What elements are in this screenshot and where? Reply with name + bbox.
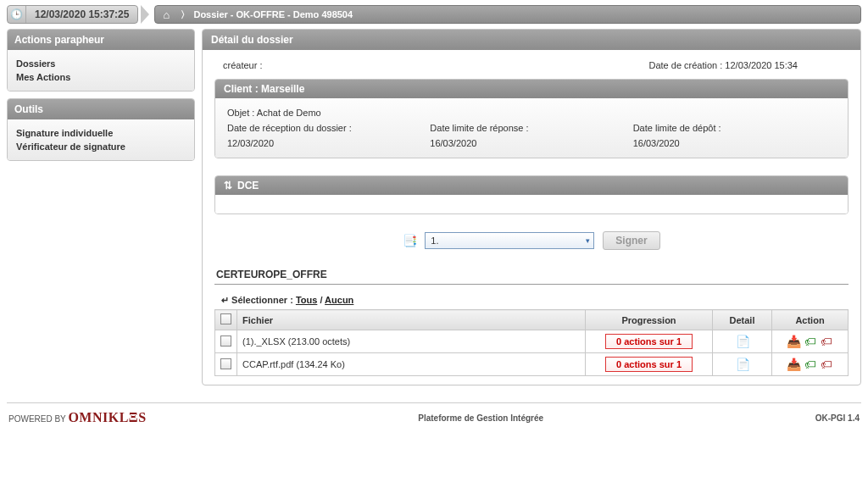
table-row: (1)._XLSX (213.00 octets) 0 actions sur …	[215, 330, 849, 353]
sign-icon[interactable]: 🏷	[804, 358, 817, 371]
brand-logo: OMNIKLΞS	[68, 410, 146, 424]
sidebar: Actions parapheur Dossiers Mes Actions O…	[7, 29, 195, 385]
detail-dossier-title: Détail du dossier	[203, 30, 860, 50]
client-title: Client : Marseille	[215, 80, 848, 98]
th-progression: Progression	[586, 310, 713, 330]
date-limite-depot-value: 16/03/2020	[633, 136, 836, 151]
select-none-link[interactable]: Aucun	[325, 295, 353, 305]
arrow-select-icon: ↵	[221, 295, 229, 305]
breadcrumb: ⌂ 〉 Dossier - OK-OFFRE - Demo 498504	[154, 5, 861, 24]
creation-date-label: Date de création : 12/03/2020 15:34	[648, 60, 798, 70]
row-checkbox[interactable]	[220, 358, 231, 369]
sidebar-section-outils-title: Outils	[8, 99, 194, 119]
signer-select-value: 1.	[431, 236, 438, 246]
select-all-checkbox[interactable]	[220, 313, 231, 324]
main-content: Détail du dossier créateur : Date de cré…	[202, 29, 861, 385]
download-icon[interactable]: 📥	[787, 335, 800, 348]
progression-badge: 0 actions sur 1	[605, 357, 693, 372]
th-detail: Detail	[713, 310, 772, 330]
creator-label: créateur :	[223, 60, 262, 70]
cell-fichier: (1)._XLSX (213.00 octets)	[237, 330, 586, 353]
detail-icon[interactable]: 📄	[736, 358, 749, 371]
expand-icon[interactable]: ⇅	[224, 180, 232, 191]
footer-version: OK-PGI 1.4	[815, 413, 860, 423]
cell-fichier: CCAP.rtf.pdf (134.24 Ko)	[237, 353, 586, 376]
objet-label: Objet : Achat de Demo	[227, 105, 836, 120]
date-limite-reponse-value: 16/03/2020	[430, 136, 632, 151]
breadcrumb-separator-icon	[141, 5, 149, 24]
home-icon[interactable]: ⌂	[155, 8, 177, 21]
sidebar-link-dossiers[interactable]: Dossiers	[16, 57, 186, 70]
sidebar-link-signature-individuelle[interactable]: Signature individuelle	[16, 126, 186, 140]
sign-icon[interactable]: 🏷	[804, 335, 817, 348]
certeurope-offre-title: CERTEUROPE_OFFRE	[214, 265, 849, 285]
table-row: CCAP.rtf.pdf (134.24 Ko) 0 actions sur 1…	[215, 353, 849, 376]
reject-icon[interactable]: 🏷	[820, 358, 833, 371]
footer-center: Plateforme de Gestion Intégrée	[418, 413, 543, 423]
dce-body	[215, 195, 848, 214]
detail-icon[interactable]: 📄	[736, 335, 749, 348]
progression-badge: 0 actions sur 1	[605, 334, 693, 349]
clock-badge: 🕒 12/03/2020 15:37:25	[7, 5, 138, 24]
certificate-icon[interactable]: 📑	[403, 234, 416, 247]
row-checkbox[interactable]	[220, 336, 231, 347]
clock-text: 12/03/2020 15:37:25	[26, 8, 137, 20]
breadcrumb-text: Dossier - OK-OFFRE - Demo 498504	[193, 9, 353, 19]
date-reception-label: Date de réception du dossier :	[227, 120, 430, 136]
dce-title: DCE	[237, 180, 259, 191]
signer-button[interactable]: Signer	[603, 231, 659, 250]
chevron-down-icon: ▾	[586, 236, 590, 245]
breadcrumb-separator-icon: 〉	[177, 8, 193, 21]
footer: POWERED BY OMNIKLΞS Plateforme de Gestio…	[7, 402, 861, 432]
files-table: Fichier Progression Detail Action (1)._X…	[214, 309, 849, 376]
selectionner-label: Sélectionner :	[231, 295, 293, 305]
reject-icon[interactable]: 🏷	[820, 335, 833, 348]
download-icon[interactable]: 📥	[787, 358, 800, 371]
date-reception-value: 12/03/2020	[227, 136, 430, 151]
date-limite-reponse-label: Date limite de réponse :	[430, 120, 632, 136]
sidebar-link-mes-actions[interactable]: Mes Actions	[16, 70, 186, 84]
select-all-link[interactable]: Tous	[296, 295, 317, 305]
sidebar-link-verificateur-signature[interactable]: Vérificateur de signature	[16, 140, 186, 153]
th-fichier: Fichier	[237, 310, 586, 330]
powered-by-label: POWERED BY	[8, 414, 66, 424]
th-action: Action	[772, 310, 849, 330]
signer-select[interactable]: 1. ▾	[425, 232, 594, 249]
date-limite-depot-label: Date limite de dépôt :	[633, 120, 836, 136]
sidebar-section-actions-title: Actions parapheur	[8, 30, 194, 50]
clock-icon: 🕒	[8, 6, 26, 23]
